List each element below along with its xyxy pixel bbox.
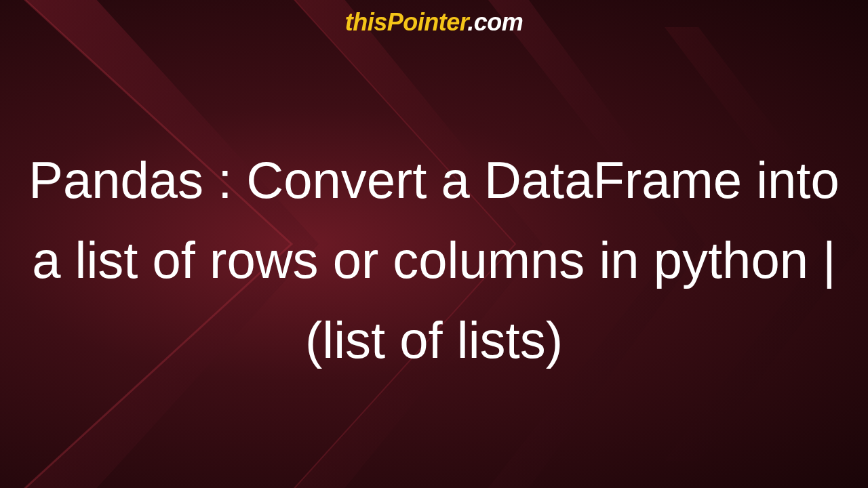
logo-main-text: thisPointer <box>345 8 468 36</box>
site-logo: thisPointer.com <box>345 8 524 37</box>
logo-suffix-text: .com <box>467 8 523 36</box>
title-container: Pandas : Convert a DataFrame into a list… <box>0 43 868 477</box>
article-title: Pandas : Convert a DataFrame into a list… <box>20 140 848 380</box>
